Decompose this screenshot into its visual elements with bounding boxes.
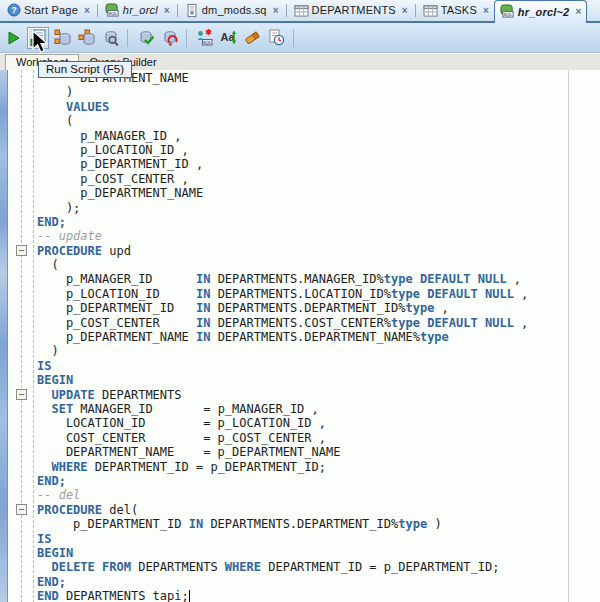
sql-developer-window: ?Start Page×SQLhr_orcl×dm_mods.sq×DEPART… — [0, 0, 600, 602]
db-magnifier-icon — [102, 29, 119, 46]
fold-collapse-icon[interactable]: – — [16, 504, 27, 515]
worksheet-icon: SQL — [105, 3, 120, 18]
code-line: p_DEPARTMENT_NAME — [37, 186, 600, 200]
code-line: -- del — [37, 488, 600, 502]
autotrace-button[interactable] — [51, 27, 73, 49]
svg-text:SQL: SQL — [504, 12, 513, 17]
tab-close-icon[interactable]: × — [273, 5, 279, 16]
code-line: p_LOCATION_ID , — [37, 143, 600, 157]
code-line: p_DEPARTMENT_ID IN DEPARTMENTS.DEPARTMEN… — [37, 517, 600, 531]
code-line: p_DEPARTMENT_NAME IN DEPARTMENTS.DEPARTM… — [37, 330, 600, 344]
tab-label: DEPARTMENTS — [312, 4, 396, 16]
code-line: PROCEDURE upd — [37, 244, 600, 258]
code-line: -- update — [37, 229, 600, 243]
toolbar-separator — [127, 29, 128, 47]
autotrace-icon — [54, 29, 71, 46]
code-line: IS — [37, 532, 600, 546]
sql-history-button[interactable] — [265, 27, 287, 49]
code-line: p_LOCATION_ID IN DEPARTMENTS.LOCATION_ID… — [37, 287, 600, 301]
tab-departments[interactable]: DEPARTMENTS× — [289, 0, 413, 21]
code-line: ) — [37, 344, 600, 358]
code-line: p_COST_CENTER IN DEPARTMENTS.COST_CENTER… — [37, 316, 600, 330]
code-editor: DEPARTMENT_NAME ) VALUES ( p_MANAGER_ID … — [0, 70, 600, 602]
code-text-area[interactable]: DEPARTMENT_NAME ) VALUES ( p_MANAGER_ID … — [0, 71, 600, 602]
code-line: WHERE DEPARTMENT_ID = p_DEPARTMENT_ID; — [37, 460, 600, 474]
explain-plan-icon — [78, 29, 95, 46]
db-commit-icon — [137, 29, 154, 46]
code-line: ) — [37, 85, 600, 99]
run-statement-button[interactable] — [3, 27, 25, 49]
tab-dm-mods-sq[interactable]: dm_mods.sq× — [180, 0, 284, 21]
history-clock-icon — [268, 29, 285, 46]
tab-tasks[interactable]: TASKS× — [418, 0, 494, 21]
tab-close-icon[interactable]: × — [164, 5, 170, 16]
tab-close-icon[interactable]: × — [483, 5, 489, 16]
code-line: END; — [37, 215, 600, 229]
tab-label: Start Page — [24, 4, 78, 16]
code-line: SET MANAGER_ID = p_MANAGER_ID , — [37, 402, 600, 416]
document-tabbar: ?Start Page×SQLhr_orcl×dm_mods.sq×DEPART… — [0, 0, 600, 23]
tab-divider — [97, 4, 98, 17]
play-icon — [6, 30, 22, 46]
mouse-cursor — [31, 30, 53, 56]
svg-text:SQL: SQL — [203, 40, 212, 45]
tab-label: TASKS — [441, 4, 477, 16]
sql-star-icon: ✱SQL — [196, 29, 213, 46]
change-case-button[interactable]: Aa — [217, 27, 239, 49]
tab-label: hr_orcl~2 — [518, 6, 570, 18]
tab-close-icon[interactable]: × — [402, 5, 408, 16]
code-line: DEPARTMENT_NAME = p_DEPARTMENT_NAME — [37, 445, 600, 459]
code-line: p_COST_CENTER , — [37, 172, 600, 186]
run-script-tooltip: Run Script (F5) — [38, 61, 132, 78]
code-line: PROCEDURE del( — [37, 503, 600, 517]
toolbar-separator — [293, 29, 294, 47]
code-line: END; — [37, 575, 600, 589]
tab-close-icon[interactable]: × — [84, 5, 90, 16]
code-line: LOCATION_ID = p_LOCATION_ID , — [37, 416, 600, 430]
svg-text:✱: ✱ — [205, 29, 212, 37]
file-icon — [185, 3, 199, 18]
tab-label: dm_mods.sq — [202, 4, 267, 16]
eraser-icon — [244, 29, 261, 46]
rollback-button[interactable] — [158, 27, 180, 49]
help-icon: ? — [7, 3, 21, 17]
toolbar-separator — [186, 29, 187, 47]
code-line: p_DEPARTMENT_ID , — [37, 157, 600, 171]
code-line: ); — [37, 201, 600, 215]
unshared-worksheet-button[interactable]: ✱SQL — [193, 27, 215, 49]
code-line: COST_CENTER = p_COST_CENTER , — [37, 431, 600, 445]
commit-button[interactable] — [134, 27, 156, 49]
tab-divider — [286, 4, 287, 17]
fold-collapse-icon[interactable]: – — [16, 245, 27, 256]
worksheet-toolbar: ✱SQLAa — [0, 23, 600, 53]
code-line: p_MANAGER_ID , — [37, 129, 600, 143]
clear-button[interactable] — [241, 27, 263, 49]
tab-close-icon[interactable]: × — [575, 6, 581, 17]
code-line: DELETE FROM DEPARTMENTS WHERE DEPARTMENT… — [37, 560, 600, 574]
code-line: p_DEPARTMENT_ID IN DEPARTMENTS.DEPARTMEN… — [37, 301, 600, 315]
right-margin-line — [568, 70, 569, 602]
db-rollback-icon — [161, 29, 178, 46]
code-line: ( — [37, 114, 600, 128]
change-case-icon: Aa — [220, 29, 237, 46]
code-line: IS — [37, 359, 600, 373]
tab-start-page[interactable]: ?Start Page× — [2, 0, 95, 21]
code-line: BEGIN — [37, 373, 600, 387]
tab-hr-orcl-2[interactable]: SQLhr_orcl~2× — [494, 0, 587, 23]
code-line: p_MANAGER_ID IN DEPARTMENTS.MANAGER_ID%t… — [37, 272, 600, 286]
table-icon — [294, 4, 309, 17]
text-caret — [189, 590, 191, 602]
svg-text:?: ? — [11, 5, 17, 15]
tab-divider — [415, 4, 416, 17]
code-line: UPDATE DEPARTMENTS — [37, 388, 600, 402]
tab-hr-orcl[interactable]: SQLhr_orcl× — [100, 0, 175, 21]
tab-label: hr_orcl — [123, 4, 158, 16]
code-line: BEGIN — [37, 546, 600, 560]
svg-text:SQL: SQL — [109, 11, 118, 16]
explain-plan-button[interactable] — [75, 27, 97, 49]
tab-divider — [177, 4, 178, 17]
code-line: END DEPARTMENTS_tapi; — [37, 589, 600, 602]
sql-tuning-button[interactable] — [99, 27, 121, 49]
fold-collapse-icon[interactable]: – — [16, 389, 27, 400]
code-line: VALUES — [37, 100, 600, 114]
